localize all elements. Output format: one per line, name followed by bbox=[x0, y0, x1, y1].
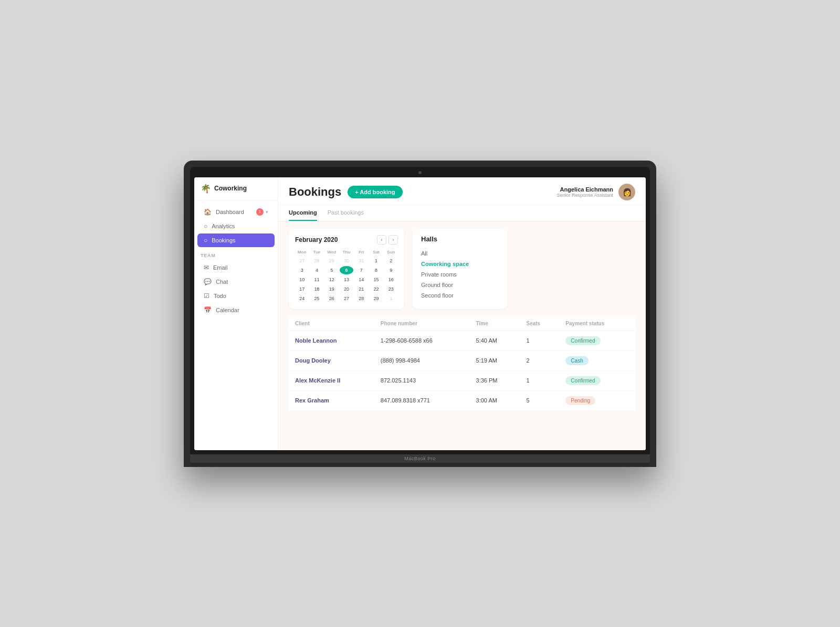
calendar-day[interactable]: 11 bbox=[310, 275, 323, 284]
status-badge: Cash bbox=[565, 356, 588, 365]
avatar: 👩 bbox=[618, 184, 635, 200]
calendar-day[interactable]: 24 bbox=[295, 294, 309, 303]
hall-item-all[interactable]: All bbox=[421, 248, 499, 259]
halls-title: Halls bbox=[421, 235, 499, 243]
table-row[interactable]: Rex Graham 847.089.8318 x771 3:00 AM 5 P… bbox=[289, 390, 635, 410]
calendar-day[interactable]: 18 bbox=[310, 285, 323, 293]
halls-list: AllCoworking spacePrivate roomsGround fl… bbox=[421, 248, 499, 301]
sidebar-item-label: Analytics bbox=[212, 223, 235, 229]
calendar-day[interactable]: 28 bbox=[310, 257, 323, 265]
calendar-day[interactable]: 31 bbox=[354, 257, 368, 265]
sidebar-item-todo[interactable]: ☑ Todo bbox=[197, 289, 275, 303]
calendar-day[interactable]: 29 bbox=[325, 257, 339, 265]
client-name: Noble Leannon bbox=[295, 337, 337, 344]
calendar-day[interactable]: 1 bbox=[384, 294, 398, 303]
calendar-day[interactable]: 13 bbox=[340, 275, 353, 284]
table-row[interactable]: Alex McKenzie II 872.025.1143 3:36 PM 1 … bbox=[289, 370, 635, 390]
sidebar-item-email[interactable]: ✉ Email bbox=[197, 261, 275, 274]
page-header: Bookings + Add booking Angelica Eichmann… bbox=[278, 177, 646, 205]
sidebar-item-label: Chat bbox=[216, 279, 228, 285]
sidebar-item-chat[interactable]: 💬 Chat bbox=[197, 275, 275, 289]
tab-past-bookings[interactable]: Past bookings bbox=[328, 205, 364, 221]
calendar-day-label: Mon bbox=[295, 249, 309, 256]
content-top: February 2020 ‹ › MonTueWedThuFriSatSun2… bbox=[278, 221, 646, 316]
sidebar-item-bookings[interactable]: ○ Bookings bbox=[197, 233, 275, 247]
app-logo: 🌴 Coworking bbox=[194, 184, 278, 200]
calendar-day[interactable]: 3 bbox=[295, 266, 309, 274]
calendar-day[interactable]: 23 bbox=[384, 285, 398, 293]
calendar-next-button[interactable]: › bbox=[388, 235, 398, 245]
halls-card: Halls AllCoworking spacePrivate roomsGro… bbox=[413, 229, 507, 309]
seats-count: 1 bbox=[520, 331, 560, 350]
add-booking-button[interactable]: + Add booking bbox=[348, 186, 402, 198]
bookings-table: Client Phone number Time Seats Payment s… bbox=[289, 316, 635, 411]
sidebar-item-analytics[interactable]: ○ Analytics bbox=[197, 219, 275, 233]
calendar-day[interactable]: 7 bbox=[354, 266, 368, 274]
calendar-day[interactable]: 14 bbox=[354, 275, 368, 284]
client-name: Rex Graham bbox=[295, 397, 329, 403]
chat-icon: 💬 bbox=[204, 278, 212, 285]
bookings-icon: ○ bbox=[204, 237, 207, 244]
calendar-day[interactable]: 15 bbox=[369, 275, 383, 284]
calendar-nav: ‹ › bbox=[377, 235, 398, 245]
calendar-day[interactable]: 20 bbox=[340, 285, 353, 293]
calendar-day[interactable]: 25 bbox=[310, 294, 323, 303]
hall-item-second[interactable]: Second floor bbox=[421, 290, 499, 301]
calendar-day[interactable]: 8 bbox=[369, 266, 383, 274]
team-section-label: TEAM bbox=[194, 248, 278, 260]
calendar-day[interactable]: 2 bbox=[384, 257, 398, 265]
sidebar-item-dashboard[interactable]: 🏠 Dashboard 1 ▾ bbox=[197, 205, 275, 219]
sidebar-item-calendar[interactable]: 📅 Calendar bbox=[197, 303, 275, 317]
hall-item-ground[interactable]: Ground floor bbox=[421, 280, 499, 290]
calendar-day-label: Fri bbox=[354, 249, 368, 256]
hall-item-private[interactable]: Private rooms bbox=[421, 269, 499, 280]
calendar-day[interactable]: 26 bbox=[325, 294, 339, 303]
calendar-month: February 2020 bbox=[295, 236, 338, 243]
page-title: Bookings bbox=[289, 185, 341, 199]
calendar-day[interactable]: 5 bbox=[325, 266, 339, 274]
calendar-day-label: Wed bbox=[325, 249, 339, 256]
booking-table-body: Noble Leannon 1-298-608-6588 x66 5:40 AM… bbox=[289, 331, 635, 410]
chevron-down-icon: ▾ bbox=[266, 209, 268, 215]
calendar-prev-button[interactable]: ‹ bbox=[377, 235, 386, 245]
calendar-day[interactable]: 27 bbox=[295, 257, 309, 265]
tab-upcoming[interactable]: Upcoming bbox=[289, 205, 317, 221]
user-name: Angelica Eichmann bbox=[556, 186, 613, 193]
sidebar-item-label: Email bbox=[213, 264, 228, 271]
hall-item-coworking[interactable]: Coworking space bbox=[421, 259, 499, 269]
calendar-day[interactable]: 12 bbox=[325, 275, 339, 284]
calendar-day[interactable]: 27 bbox=[340, 294, 353, 303]
calendar-day[interactable]: 9 bbox=[384, 266, 398, 274]
sidebar-item-label: Todo bbox=[214, 293, 226, 299]
calendar-day[interactable]: 6 bbox=[340, 266, 353, 274]
calendar-day[interactable]: 4 bbox=[310, 266, 323, 274]
col-time: Time bbox=[470, 316, 520, 331]
seats-count: 2 bbox=[520, 350, 560, 370]
calendar-card: February 2020 ‹ › MonTueWedThuFriSatSun2… bbox=[289, 229, 404, 309]
table-row[interactable]: Doug Dooley (888) 998-4984 5:19 AM 2 Cas… bbox=[289, 350, 635, 370]
calendar-day[interactable]: 22 bbox=[369, 285, 383, 293]
header-left: Bookings + Add booking bbox=[289, 185, 403, 199]
sidebar-item-label: Bookings bbox=[212, 237, 235, 243]
calendar-day[interactable]: 21 bbox=[354, 285, 368, 293]
col-phone: Phone number bbox=[374, 316, 470, 331]
booking-time: 3:00 AM bbox=[470, 390, 520, 410]
calendar-day[interactable]: 19 bbox=[325, 285, 339, 293]
calendar-day[interactable]: 10 bbox=[295, 275, 309, 284]
calendar-day[interactable]: 16 bbox=[384, 275, 398, 284]
col-payment: Payment status bbox=[559, 316, 635, 331]
calendar-grid: MonTueWedThuFriSatSun2728293031123456789… bbox=[295, 249, 398, 303]
table-row[interactable]: Noble Leannon 1-298-608-6588 x66 5:40 AM… bbox=[289, 331, 635, 350]
phone-number: 847.089.8318 x771 bbox=[374, 390, 470, 410]
header-right: Angelica Eichmann Senior Response Assist… bbox=[556, 184, 635, 200]
calendar-day[interactable]: 29 bbox=[369, 294, 383, 303]
calendar-icon: 📅 bbox=[204, 306, 212, 314]
calendar-day[interactable]: 17 bbox=[295, 285, 309, 293]
sidebar-item-label: Dashboard bbox=[216, 209, 244, 215]
calendar-day-label: Thu bbox=[340, 249, 353, 256]
calendar-day[interactable]: 28 bbox=[354, 294, 368, 303]
status-badge: Pending bbox=[565, 396, 595, 405]
calendar-day[interactable]: 30 bbox=[340, 257, 353, 265]
calendar-day-label: Tue bbox=[310, 249, 323, 256]
calendar-day[interactable]: 1 bbox=[369, 257, 383, 265]
